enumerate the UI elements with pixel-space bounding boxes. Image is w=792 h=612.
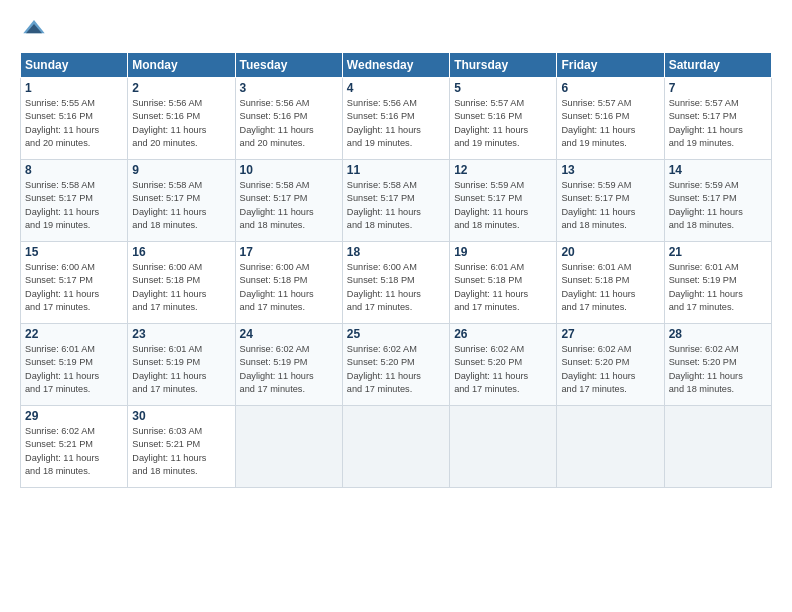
day-info: Sunrise: 6:01 AM Sunset: 5:18 PM Dayligh… (454, 261, 552, 314)
day-info: Sunrise: 5:59 AM Sunset: 5:17 PM Dayligh… (561, 179, 659, 232)
table-row: 9Sunrise: 5:58 AM Sunset: 5:17 PM Daylig… (128, 160, 235, 242)
day-number: 20 (561, 245, 659, 259)
table-row (450, 406, 557, 488)
day-info: Sunrise: 6:02 AM Sunset: 5:20 PM Dayligh… (669, 343, 767, 396)
col-sunday: Sunday (21, 53, 128, 78)
table-row: 28Sunrise: 6:02 AM Sunset: 5:20 PM Dayli… (664, 324, 771, 406)
table-row: 4Sunrise: 5:56 AM Sunset: 5:16 PM Daylig… (342, 78, 449, 160)
table-row (342, 406, 449, 488)
table-row (235, 406, 342, 488)
day-number: 28 (669, 327, 767, 341)
day-number: 6 (561, 81, 659, 95)
table-row: 15Sunrise: 6:00 AM Sunset: 5:17 PM Dayli… (21, 242, 128, 324)
day-info: Sunrise: 5:56 AM Sunset: 5:16 PM Dayligh… (132, 97, 230, 150)
day-info: Sunrise: 6:00 AM Sunset: 5:18 PM Dayligh… (347, 261, 445, 314)
day-number: 27 (561, 327, 659, 341)
day-info: Sunrise: 6:01 AM Sunset: 5:19 PM Dayligh… (669, 261, 767, 314)
day-info: Sunrise: 6:01 AM Sunset: 5:19 PM Dayligh… (25, 343, 123, 396)
calendar-week-row: 1Sunrise: 5:55 AM Sunset: 5:16 PM Daylig… (21, 78, 772, 160)
day-number: 24 (240, 327, 338, 341)
calendar-week-row: 29Sunrise: 6:02 AM Sunset: 5:21 PM Dayli… (21, 406, 772, 488)
table-row: 3Sunrise: 5:56 AM Sunset: 5:16 PM Daylig… (235, 78, 342, 160)
day-number: 9 (132, 163, 230, 177)
table-row: 20Sunrise: 6:01 AM Sunset: 5:18 PM Dayli… (557, 242, 664, 324)
logo (20, 18, 48, 42)
day-number: 30 (132, 409, 230, 423)
day-info: Sunrise: 5:56 AM Sunset: 5:16 PM Dayligh… (347, 97, 445, 150)
table-row: 8Sunrise: 5:58 AM Sunset: 5:17 PM Daylig… (21, 160, 128, 242)
header (20, 18, 772, 42)
day-number: 10 (240, 163, 338, 177)
day-number: 15 (25, 245, 123, 259)
day-info: Sunrise: 6:00 AM Sunset: 5:18 PM Dayligh… (132, 261, 230, 314)
col-friday: Friday (557, 53, 664, 78)
day-number: 13 (561, 163, 659, 177)
day-info: Sunrise: 5:58 AM Sunset: 5:17 PM Dayligh… (240, 179, 338, 232)
day-number: 18 (347, 245, 445, 259)
table-row: 25Sunrise: 6:02 AM Sunset: 5:20 PM Dayli… (342, 324, 449, 406)
table-row (664, 406, 771, 488)
table-row: 7Sunrise: 5:57 AM Sunset: 5:17 PM Daylig… (664, 78, 771, 160)
day-number: 2 (132, 81, 230, 95)
day-info: Sunrise: 6:02 AM Sunset: 5:21 PM Dayligh… (25, 425, 123, 478)
day-info: Sunrise: 5:59 AM Sunset: 5:17 PM Dayligh… (454, 179, 552, 232)
table-row (557, 406, 664, 488)
col-saturday: Saturday (664, 53, 771, 78)
day-info: Sunrise: 6:00 AM Sunset: 5:17 PM Dayligh… (25, 261, 123, 314)
table-row: 23Sunrise: 6:01 AM Sunset: 5:19 PM Dayli… (128, 324, 235, 406)
day-info: Sunrise: 5:58 AM Sunset: 5:17 PM Dayligh… (132, 179, 230, 232)
table-row: 13Sunrise: 5:59 AM Sunset: 5:17 PM Dayli… (557, 160, 664, 242)
day-number: 14 (669, 163, 767, 177)
day-number: 5 (454, 81, 552, 95)
col-wednesday: Wednesday (342, 53, 449, 78)
day-number: 3 (240, 81, 338, 95)
table-row: 11Sunrise: 5:58 AM Sunset: 5:17 PM Dayli… (342, 160, 449, 242)
day-number: 23 (132, 327, 230, 341)
day-info: Sunrise: 5:58 AM Sunset: 5:17 PM Dayligh… (25, 179, 123, 232)
day-info: Sunrise: 6:02 AM Sunset: 5:20 PM Dayligh… (561, 343, 659, 396)
table-row: 5Sunrise: 5:57 AM Sunset: 5:16 PM Daylig… (450, 78, 557, 160)
table-row: 17Sunrise: 6:00 AM Sunset: 5:18 PM Dayli… (235, 242, 342, 324)
day-number: 26 (454, 327, 552, 341)
day-number: 17 (240, 245, 338, 259)
day-info: Sunrise: 5:58 AM Sunset: 5:17 PM Dayligh… (347, 179, 445, 232)
day-number: 19 (454, 245, 552, 259)
day-number: 12 (454, 163, 552, 177)
col-tuesday: Tuesday (235, 53, 342, 78)
table-row: 27Sunrise: 6:02 AM Sunset: 5:20 PM Dayli… (557, 324, 664, 406)
table-row: 29Sunrise: 6:02 AM Sunset: 5:21 PM Dayli… (21, 406, 128, 488)
table-row: 21Sunrise: 6:01 AM Sunset: 5:19 PM Dayli… (664, 242, 771, 324)
day-info: Sunrise: 6:01 AM Sunset: 5:18 PM Dayligh… (561, 261, 659, 314)
col-monday: Monday (128, 53, 235, 78)
day-number: 7 (669, 81, 767, 95)
day-info: Sunrise: 6:03 AM Sunset: 5:21 PM Dayligh… (132, 425, 230, 478)
day-info: Sunrise: 5:57 AM Sunset: 5:16 PM Dayligh… (454, 97, 552, 150)
table-row: 14Sunrise: 5:59 AM Sunset: 5:17 PM Dayli… (664, 160, 771, 242)
calendar-week-row: 8Sunrise: 5:58 AM Sunset: 5:17 PM Daylig… (21, 160, 772, 242)
page: Sunday Monday Tuesday Wednesday Thursday… (0, 0, 792, 612)
calendar-header-row: Sunday Monday Tuesday Wednesday Thursday… (21, 53, 772, 78)
table-row: 18Sunrise: 6:00 AM Sunset: 5:18 PM Dayli… (342, 242, 449, 324)
table-row: 2Sunrise: 5:56 AM Sunset: 5:16 PM Daylig… (128, 78, 235, 160)
table-row: 10Sunrise: 5:58 AM Sunset: 5:17 PM Dayli… (235, 160, 342, 242)
logo-icon (22, 18, 46, 38)
day-number: 1 (25, 81, 123, 95)
day-number: 8 (25, 163, 123, 177)
day-info: Sunrise: 5:57 AM Sunset: 5:17 PM Dayligh… (669, 97, 767, 150)
table-row: 16Sunrise: 6:00 AM Sunset: 5:18 PM Dayli… (128, 242, 235, 324)
calendar-week-row: 15Sunrise: 6:00 AM Sunset: 5:17 PM Dayli… (21, 242, 772, 324)
day-number: 22 (25, 327, 123, 341)
day-number: 21 (669, 245, 767, 259)
day-number: 29 (25, 409, 123, 423)
calendar-table: Sunday Monday Tuesday Wednesday Thursday… (20, 52, 772, 488)
day-number: 25 (347, 327, 445, 341)
table-row: 6Sunrise: 5:57 AM Sunset: 5:16 PM Daylig… (557, 78, 664, 160)
day-number: 11 (347, 163, 445, 177)
day-info: Sunrise: 5:59 AM Sunset: 5:17 PM Dayligh… (669, 179, 767, 232)
day-info: Sunrise: 5:56 AM Sunset: 5:16 PM Dayligh… (240, 97, 338, 150)
day-info: Sunrise: 5:57 AM Sunset: 5:16 PM Dayligh… (561, 97, 659, 150)
day-number: 4 (347, 81, 445, 95)
table-row: 24Sunrise: 6:02 AM Sunset: 5:19 PM Dayli… (235, 324, 342, 406)
col-thursday: Thursday (450, 53, 557, 78)
table-row: 19Sunrise: 6:01 AM Sunset: 5:18 PM Dayli… (450, 242, 557, 324)
